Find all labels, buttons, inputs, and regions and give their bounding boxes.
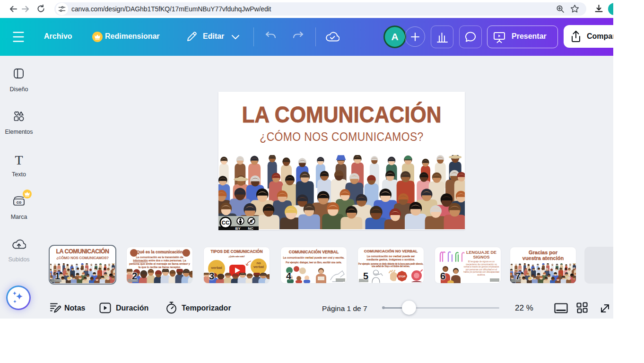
- svg-text:co: co: [17, 200, 22, 205]
- svg-text:CC: CC: [222, 220, 230, 225]
- svg-text:STOP: STOP: [399, 275, 406, 278]
